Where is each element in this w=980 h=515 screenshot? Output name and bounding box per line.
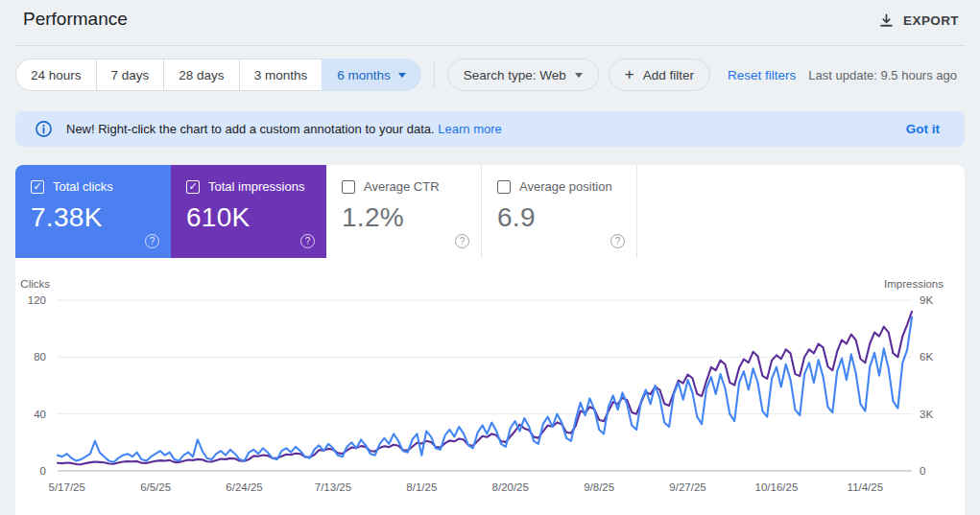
info-icon [35,120,53,138]
banner-message-text: New! Right-click the chart to add a cust… [66,122,435,136]
chevron-down-icon [575,73,583,78]
tab-label: 7 days [111,68,150,82]
checkbox-total-clicks[interactable]: ✓ [31,180,44,194]
tab-3-months[interactable]: 3 months [239,59,323,91]
banner-message: New! Right-click the chart to add a cust… [66,122,502,136]
performance-panel: ✓Total clicks7.38K?✓Total impressions610… [15,165,965,515]
checkbox-total-impressions[interactable]: ✓ [186,180,200,194]
x-axis-tick: 7/13/25 [315,481,351,493]
tab-28-days[interactable]: 28 days [163,59,239,91]
export-label: EXPORT [903,13,959,28]
right-axis-tick: 0 [920,465,925,477]
help-icon[interactable]: ? [455,234,469,248]
left-axis-tick: 120 [28,294,46,306]
filter-separator [434,62,435,87]
metric-card-header: Average position [497,179,625,194]
metric-card-total-clicks[interactable]: ✓Total clicks7.38K? [15,165,171,258]
x-axis-tick: 9/27/25 [669,481,705,493]
checkbox-average-position[interactable] [497,180,511,194]
x-axis-tick: 10/16/25 [755,481,799,493]
chevron-down-icon [398,73,406,78]
performance-page: Performance EXPORT 24 hours7 days28 days… [0,0,980,515]
add-filter-button[interactable]: + Add filter [609,59,710,91]
metric-value: 610K [186,202,315,233]
search-type-label: Search type: Web [464,68,566,82]
page-title: Performance [23,9,128,30]
last-update-text: Last update: 9.5 hours ago [808,68,957,82]
left-axis-title: Clicks [20,278,50,290]
tab-label: 3 months [254,68,308,82]
x-axis-tick: 8/1/25 [406,481,437,493]
tab-label: 6 months [337,68,391,82]
annotation-banner: New! Right-click the chart to add a cust… [15,111,965,147]
metric-cards: ✓Total clicks7.38K?✓Total impressions610… [15,165,965,258]
metric-label: Average position [519,179,612,194]
metric-card-header: ✓Total impressions [186,179,315,194]
metric-value: 6.9 [497,202,625,233]
x-axis-tick: 11/4/25 [848,481,884,493]
help-icon[interactable]: ? [610,234,625,248]
x-axis-tick: 5/17/25 [49,481,85,493]
metric-card-header: ✓Total clicks [31,179,159,194]
performance-chart[interactable]: 1209K806K403K00ClicksImpressions5/17/256… [15,275,965,510]
metric-label: Total impressions [208,179,304,194]
filter-bar: 24 hours7 days28 days3 months6 months Se… [15,59,957,91]
header-divider [15,45,965,46]
help-icon[interactable]: ? [300,234,315,248]
x-axis-tick: 6/5/25 [140,481,171,493]
search-type-dropdown[interactable]: Search type: Web [447,59,599,91]
plus-icon: + [625,65,634,84]
metric-value: 1.2% [342,202,469,233]
right-axis-tick: 3K [920,409,933,420]
metric-label: Average CTR [364,179,440,194]
metric-card-average-ctr[interactable]: Average CTR1.2%? [326,165,482,258]
x-axis-tick: 9/8/25 [584,481,614,493]
metric-card-average-position[interactable]: Average position6.9? [482,165,637,258]
left-axis-tick: 0 [40,465,46,477]
impressions-line [58,312,912,464]
x-axis-tick: 8/20/25 [492,481,529,493]
add-filter-label: Add filter [643,68,694,82]
tab-24-hours[interactable]: 24 hours [15,59,97,91]
checkbox-average-ctr[interactable] [342,180,355,194]
help-icon[interactable]: ? [145,234,159,248]
date-range-tabs: 24 hours7 days28 days3 months6 months [15,59,421,91]
tab-6-months[interactable]: 6 months [322,59,421,91]
export-button[interactable]: EXPORT [871,7,967,35]
tab-label: 28 days [179,68,224,82]
x-axis-tick: 6/24/25 [226,481,262,493]
left-axis-tick: 80 [34,351,46,363]
reset-filters-link[interactable]: Reset filters [728,68,796,82]
clicks-line [58,317,912,462]
left-axis-tick: 40 [34,409,46,420]
right-axis-title: Impressions [884,278,944,290]
right-axis-tick: 6K [920,351,933,363]
chart-area: 1209K806K403K00ClicksImpressions5/17/256… [15,275,965,510]
right-axis-tick: 9K [920,294,933,306]
tab-7-days[interactable]: 7 days [96,59,165,91]
learn-more-link[interactable]: Learn more [438,122,501,136]
got-it-button[interactable]: Got it [906,122,940,136]
metric-card-header: Average CTR [342,179,469,194]
tab-label: 24 hours [31,68,82,82]
metric-value: 7.38K [31,202,159,233]
metric-label: Total clicks [53,179,113,194]
download-icon [878,12,895,29]
metric-card-total-impressions[interactable]: ✓Total impressions610K? [171,165,326,258]
